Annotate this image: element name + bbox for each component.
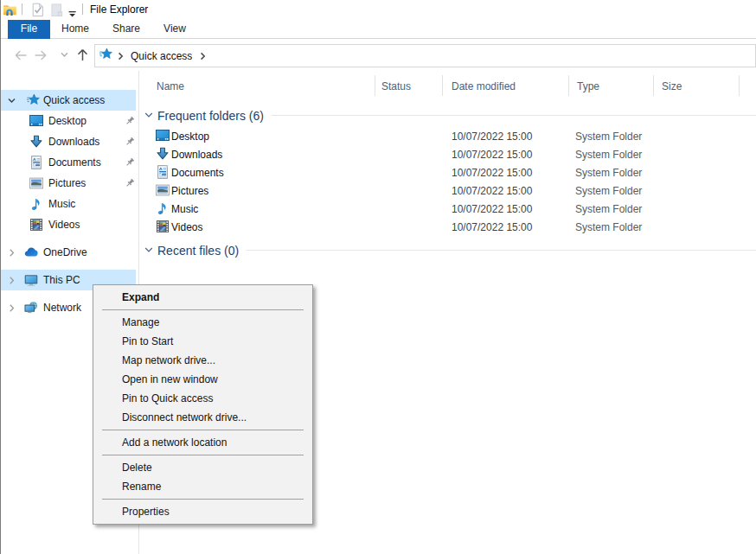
file-date-modified: 10/07/2022 15:00 [452,131,532,143]
group-header-frequent-folders[interactable]: Frequent folders (6) [139,108,756,123]
sidebar-item-label[interactable]: This PC [43,274,80,286]
group-label[interactable]: Recent files (0) [157,244,239,258]
back-button[interactable] [10,39,31,71]
pin-icon [125,116,135,129]
ribbon-tab-share[interactable]: Share [106,20,147,39]
sidebar-item-label[interactable]: Music [48,198,75,210]
menu-item-map-network-drive[interactable]: Map network drive... [93,351,312,370]
column-header-size[interactable]: Size [662,80,682,92]
sidebar-item-label[interactable]: Pictures [48,177,86,189]
group-label[interactable]: Frequent folders (6) [157,109,264,123]
sidebar-item-label[interactable]: OneDrive [43,246,87,258]
menu-item-add-a-network-location[interactable]: Add a network location [93,433,312,452]
chevron-down-icon[interactable] [144,108,154,124]
file-name[interactable]: Music [171,203,198,215]
file-name[interactable]: Videos [171,221,202,233]
sidebar-item-videos[interactable]: Videos [1,214,136,235]
sidebar-item-desktop[interactable]: Desktop [1,111,136,131]
window-title: File Explorer [90,3,148,16]
file-row-pictures[interactable]: Pictures 10/07/2022 15:00 System Folder [139,181,756,200]
column-divider[interactable] [739,75,740,96]
menu-item-open-in-new-window[interactable]: Open in new window [93,370,312,389]
column-divider[interactable] [375,75,375,96]
menu-item-pin-to-start[interactable]: Pin to Start [93,332,312,351]
file-explorer-window: File Explorer [0,0,756,554]
file-date-modified: 10/07/2022 15:00 [452,221,532,233]
desktop-icon [156,129,170,146]
chevron-collapsed-icon[interactable] [7,303,16,313]
quick-access-star-icon [27,93,40,109]
menu-item-delete[interactable]: Delete [93,458,312,477]
file-name[interactable]: Downloads [171,149,222,161]
chevron-down-icon[interactable] [144,243,154,258]
column-divider[interactable] [568,75,569,96]
downloads-icon [156,147,170,164]
group-rule [272,115,756,116]
breadcrumb-chevron-icon[interactable] [118,48,124,64]
file-name[interactable]: Pictures [171,185,208,197]
ribbon-tab-file[interactable]: File [8,20,50,39]
properties-icon[interactable] [32,3,44,21]
file-name[interactable]: Desktop [171,131,209,143]
menu-item-properties[interactable]: Properties [93,502,312,521]
menu-item-manage[interactable]: Manage [93,313,312,332]
column-header-status[interactable]: Status [381,80,411,92]
ribbon-tab-view[interactable]: View [155,20,195,39]
file-type: System Folder [575,167,642,179]
breadcrumb-chevron-icon[interactable] [200,48,206,64]
sidebar-item-downloads[interactable]: Downloads [1,131,136,152]
file-row-videos[interactable]: Videos 10/07/2022 15:00 System Folder [139,218,756,236]
forward-button[interactable] [31,39,50,71]
file-row-documents[interactable]: Documents 10/07/2022 15:00 System Folder [139,163,756,181]
sidebar-item-quick-access[interactable]: Quick access [1,90,136,111]
group-header-recent-files[interactable]: Recent files (0) [139,243,756,258]
menu-item-expand[interactable]: Expand [93,288,312,307]
column-divider[interactable] [442,75,443,96]
breadcrumb-location[interactable]: Quick access [131,50,192,62]
file-date-modified: 10/07/2022 15:00 [452,149,532,161]
column-divider[interactable] [653,75,654,96]
file-type: System Folder [575,185,642,197]
column-header-date-modified[interactable]: Date modified [452,80,516,92]
column-header-type[interactable]: Type [577,80,599,92]
sidebar-item-documents[interactable]: Documents [1,152,136,173]
menu-separator [102,455,304,455]
file-type: System Folder [575,203,642,215]
file-row-downloads[interactable]: Downloads 10/07/2022 15:00 System Folder [139,145,756,163]
recent-locations-chevron[interactable] [57,39,71,71]
sidebar-item-onedrive[interactable]: OneDrive [1,242,136,263]
sidebar-item-music[interactable]: Music [1,194,136,214]
chevron-collapsed-icon[interactable] [7,276,16,285]
column-header-name[interactable]: Name [157,80,184,92]
desktop-icon [29,114,43,131]
chevron-down-icon [61,52,68,58]
sidebar-item-label[interactable]: Network [43,302,81,314]
file-type: System Folder [575,149,642,161]
videos-icon [29,218,43,234]
pin-icon [125,157,135,170]
pin-icon [125,137,135,150]
sidebar-item-label[interactable]: Documents [48,156,101,169]
file-date-modified: 10/07/2022 15:00 [452,167,532,179]
up-button[interactable] [73,39,92,71]
file-type: System Folder [575,221,642,233]
chevron-collapsed-icon[interactable] [7,248,16,258]
menu-item-disconnect-network-drive[interactable]: Disconnect network drive... [93,408,312,427]
menu-item-rename[interactable]: Rename [93,477,312,496]
sidebar-item-label[interactable]: Desktop [48,115,86,127]
sidebar-item-pictures[interactable]: Pictures [1,173,136,194]
file-row-desktop[interactable]: Desktop 10/07/2022 15:00 System Folder [139,127,756,145]
address-bar[interactable]: Quick access [94,44,756,67]
context-menu: Expand Manage Pin to Start Map network d… [93,284,313,525]
chevron-expanded-icon[interactable] [7,96,16,105]
ribbon-tab-home[interactable]: Home [54,20,96,39]
sidebar-item-label[interactable]: Videos [48,219,80,231]
file-row-music[interactable]: Music 10/07/2022 15:00 System Folder [139,200,756,218]
new-folder-icon[interactable] [51,3,63,21]
sidebar-item-label[interactable]: Quick access [43,94,105,106]
file-name[interactable]: Documents [171,167,224,179]
music-icon [29,197,43,213]
sidebar-item-label[interactable]: Downloads [48,136,99,148]
menu-item-pin-to-quick-access[interactable]: Pin to Quick access [93,389,312,408]
forward-arrow-icon [34,49,48,61]
